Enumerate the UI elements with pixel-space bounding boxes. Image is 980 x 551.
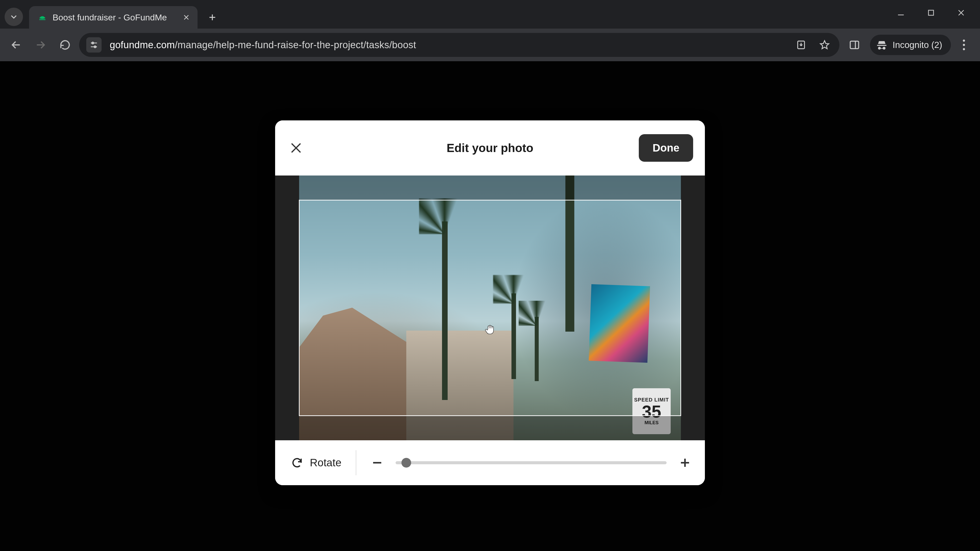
nav-reload-button[interactable]: [55, 35, 76, 56]
bookmark-button[interactable]: [817, 37, 832, 52]
plus-icon: [208, 13, 217, 22]
tab-title: Boost fundraiser - GoFundMe: [52, 13, 177, 22]
window-maximize-button[interactable]: [917, 3, 945, 22]
photo-crop-area[interactable]: SPEED LIMIT 35 MILES: [275, 176, 705, 440]
photo-preview[interactable]: SPEED LIMIT 35 MILES: [299, 176, 681, 440]
incognito-icon: [876, 39, 887, 51]
modal-toolbar: Rotate: [275, 440, 705, 485]
side-panel-button[interactable]: [843, 33, 866, 56]
window-minimize-button[interactable]: [887, 3, 915, 22]
tab-strip: Boost fundraiser - GoFundMe: [0, 0, 980, 29]
zoom-slider[interactable]: [396, 461, 667, 464]
side-panel-icon: [849, 39, 860, 51]
close-icon: [957, 8, 966, 17]
new-tab-button[interactable]: [205, 10, 220, 25]
window-controls: [887, 3, 975, 22]
svg-rect-5: [928, 10, 934, 15]
zoom-in-button[interactable]: [677, 454, 693, 471]
address-bar[interactable]: gofundme.com/manage/help-me-fund-raise-f…: [79, 33, 839, 57]
close-icon: [290, 141, 303, 155]
zoom-slider-thumb[interactable]: [401, 458, 411, 468]
rotate-button[interactable]: Rotate: [291, 440, 356, 485]
install-icon: [796, 40, 806, 50]
minimize-icon: [897, 8, 905, 17]
zoom-controls: [356, 454, 693, 471]
svg-point-21: [963, 48, 965, 50]
arrow-right-icon: [35, 39, 46, 51]
arrow-left-icon: [11, 39, 22, 51]
url-domain: gofundme.com: [110, 40, 175, 50]
browser-toolbar: gofundme.com/manage/help-me-fund-raise-f…: [0, 29, 980, 61]
plus-icon: [679, 457, 691, 469]
browser-tab-active[interactable]: Boost fundraiser - GoFundMe: [29, 6, 197, 29]
minus-icon: [371, 457, 383, 469]
svg-point-20: [963, 44, 965, 46]
svg-rect-17: [850, 41, 859, 48]
tab-close-button[interactable]: [182, 13, 190, 21]
kebab-icon: [963, 40, 965, 50]
sign-number: 35: [642, 403, 661, 420]
reload-icon: [59, 39, 71, 51]
svg-marker-16: [821, 41, 829, 49]
modal-header: Edit your photo Done: [275, 121, 705, 176]
tune-icon: [89, 40, 99, 49]
rotate-icon: [291, 457, 303, 469]
maximize-icon: [927, 8, 935, 17]
site-info-button[interactable]: [86, 37, 102, 52]
window-close-button[interactable]: [947, 3, 975, 22]
page-content: Edit your photo Done SPEED LIMIT 35: [0, 61, 980, 551]
url-text: gofundme.com/manage/help-me-fund-raise-f…: [110, 40, 785, 51]
incognito-indicator[interactable]: Incognito (2): [870, 35, 951, 55]
speed-limit-sign: SPEED LIMIT 35 MILES: [632, 388, 671, 434]
nav-back-button[interactable]: [6, 35, 27, 56]
tab-search-button[interactable]: [5, 8, 23, 26]
gofundme-favicon-icon: [38, 13, 47, 22]
nav-forward-button[interactable]: [30, 35, 51, 56]
close-icon: [183, 14, 190, 21]
svg-point-19: [963, 40, 965, 41]
done-button[interactable]: Done: [639, 134, 693, 162]
install-app-button[interactable]: [794, 37, 809, 52]
edit-photo-modal: Edit your photo Done SPEED LIMIT 35: [275, 121, 705, 485]
zoom-out-button[interactable]: [369, 454, 385, 471]
rotate-label: Rotate: [310, 457, 342, 469]
star-icon: [819, 40, 830, 50]
sign-line2: MILES: [644, 420, 659, 426]
browser-menu-button[interactable]: [953, 35, 974, 56]
modal-close-button[interactable]: [287, 139, 305, 157]
url-path: /manage/help-me-fund-raise-for-the-proje…: [175, 40, 416, 50]
incognito-label: Incognito (2): [892, 40, 942, 50]
